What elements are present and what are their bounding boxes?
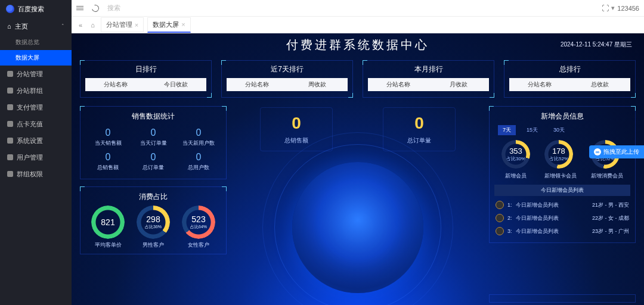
card-icon: [7, 121, 13, 127]
rank-daily: 日排行 分站名称 今日收款: [80, 60, 212, 98]
stat-label: 当天新用户数: [176, 139, 221, 147]
panel-consume: 消费占比 821 平均客单价 298占比36% 男性客户 523占比64% 女性…: [80, 186, 227, 254]
stat-cell: 0总销售额: [85, 150, 131, 174]
nav-card[interactable]: 点卡充值: [0, 116, 72, 132]
nav-label: 系统设置: [17, 136, 43, 145]
donut-label: 女性客户: [182, 241, 215, 249]
row-meta: 22岁 - 女 - 成都: [592, 214, 629, 222]
stat-label: 总订单量: [131, 164, 176, 172]
member-tabs: 7天 15天 30天: [494, 125, 630, 135]
donut-sub: 占比64%: [190, 224, 207, 230]
brand-text: 百度搜索: [18, 5, 44, 14]
rank-month: 本月排行 分站名称 月收款: [363, 60, 494, 98]
col-mid: 0 总销售额 0 总订单量: [235, 106, 481, 293]
donut-value: 821: [101, 217, 114, 227]
nav-sub-dashboard[interactable]: 数据大屏: [0, 50, 72, 66]
donut-label: 平均客单价: [91, 241, 125, 249]
row-idx: 2:: [507, 215, 512, 221]
stat-num: 0: [176, 127, 221, 138]
nav-label: 支付管理: [17, 103, 43, 112]
rank-table-header: 分站名称 周收款: [227, 78, 348, 91]
rank-title: 日排行: [85, 64, 206, 74]
rdonut-new-member: 353占比30%: [501, 140, 530, 169]
close-icon[interactable]: ×: [135, 21, 138, 29]
donut-male: 298占比36%: [137, 206, 170, 239]
list-icon: [7, 88, 13, 94]
row-name: 今日新增会员列表: [516, 201, 559, 209]
brand: 百度搜索: [0, 0, 72, 18]
fullscreen-icon[interactable]: ⛶: [602, 4, 609, 13]
dash-time: 2024-12-11 5:24:47 星期三: [561, 41, 632, 49]
stat-num: 0: [85, 127, 131, 138]
rdonut-value: 178: [552, 147, 565, 155]
rdonut-pct: 占比30%: [506, 155, 525, 162]
tab-7d[interactable]: 7天: [498, 125, 516, 135]
tab-label: 数据大屏: [153, 20, 179, 29]
avatar-icon: [496, 227, 504, 235]
nav-label: 分站群组: [17, 86, 43, 95]
gear-icon: [7, 138, 13, 144]
stat-label: 总用户数: [176, 164, 221, 172]
nav-sub-overview[interactable]: 数据总览: [0, 35, 72, 50]
tab-15d[interactable]: 15天: [522, 125, 543, 135]
topbar: 搜索 ⛶ ▾ 123456: [72, 0, 644, 17]
row-meta: 23岁 - 男 - 广州: [592, 228, 629, 235]
shield-icon: [7, 104, 13, 110]
nav-home-label: 主页: [15, 22, 28, 31]
nav-system[interactable]: 系统设置: [0, 132, 72, 149]
stat-label: 总销售额: [85, 164, 131, 172]
nav-group[interactable]: 分站群组: [0, 82, 72, 99]
nav-payment[interactable]: 支付管理: [0, 99, 72, 116]
nav-substation[interactable]: 分站管理: [0, 66, 72, 82]
user-icon: [7, 154, 13, 160]
upload-icon: ∞: [594, 148, 601, 155]
panel-new-member: 新增会员信息 7天 15天 30天 353占比30% 新增会员 178占比52%…: [489, 106, 636, 243]
col: 月收款: [429, 78, 490, 91]
mid-num: 0: [407, 114, 431, 133]
panel-title: 新增会员信息: [494, 111, 630, 122]
rank-title: 总排行: [509, 64, 630, 74]
rdonut-value: 353: [509, 147, 522, 155]
row-name: 今日新增会员列表: [516, 228, 559, 235]
tab-30d[interactable]: 30天: [549, 125, 569, 135]
refresh-icon[interactable]: [91, 3, 100, 13]
users-icon: [7, 171, 13, 177]
stat-cell: 0总订单量: [131, 150, 176, 174]
donut-female: 523占比64%: [182, 206, 215, 239]
row-idx: 1:: [507, 202, 512, 208]
mid-label: 总销售额: [284, 136, 308, 145]
member-row: 1: 今日新增会员列表 21岁 - 男 - 西安: [494, 198, 630, 211]
member-list-title: 今日新增会员列表: [494, 185, 630, 196]
nav-user[interactable]: 用户管理: [0, 149, 72, 166]
avatar-icon: [496, 214, 504, 222]
menu-icon[interactable]: [76, 6, 83, 10]
rank-table-header: 分站名称 今日收款: [85, 78, 206, 91]
tabs-back-icon[interactable]: «: [76, 20, 85, 30]
rdonut-label: 新增消费会员: [591, 172, 623, 180]
rdonut-pct: 占比52%: [549, 155, 568, 162]
stat-cell: 0总用户数: [176, 150, 221, 174]
mid-num: 0: [284, 114, 308, 133]
tabbar: « ⌂ 分站管理 × 数据大屏 ×: [72, 17, 644, 33]
upload-badge[interactable]: ∞ 拖拽至此上传: [589, 145, 644, 158]
sidebar: 百度搜索 ⌂ 主页 ˄ 数据总览 数据大屏 分站管理 分站群组 支付管理 点卡充…: [0, 0, 72, 305]
nav-home[interactable]: ⌂ 主页 ˄: [0, 18, 72, 35]
stat-cell: 0当天新用户数: [176, 125, 221, 150]
donut-avg-order: 821: [91, 206, 125, 239]
search-input[interactable]: 搜索: [107, 4, 120, 13]
rank-table-header: 分站名称 总收款: [509, 78, 630, 91]
rank-title: 本月排行: [368, 64, 489, 74]
tab-label: 分站管理: [106, 20, 132, 29]
home-icon: ⌂: [7, 23, 11, 30]
stat-label: 当天销售额: [85, 139, 131, 147]
upload-label: 拖拽至此上传: [603, 148, 639, 156]
tab-dashboard[interactable]: 数据大屏 ×: [147, 17, 190, 33]
tabs-home-icon[interactable]: ⌂: [88, 20, 97, 30]
globe-graphic: [292, 162, 423, 293]
user-id[interactable]: 123456: [617, 5, 639, 12]
close-icon[interactable]: ×: [181, 21, 185, 28]
tab-substation[interactable]: 分站管理 ×: [101, 17, 144, 32]
nav-label: 点卡充值: [17, 120, 43, 129]
row-name: 今日新增会员列表: [516, 214, 559, 222]
nav-perm[interactable]: 群组权限: [0, 166, 72, 182]
